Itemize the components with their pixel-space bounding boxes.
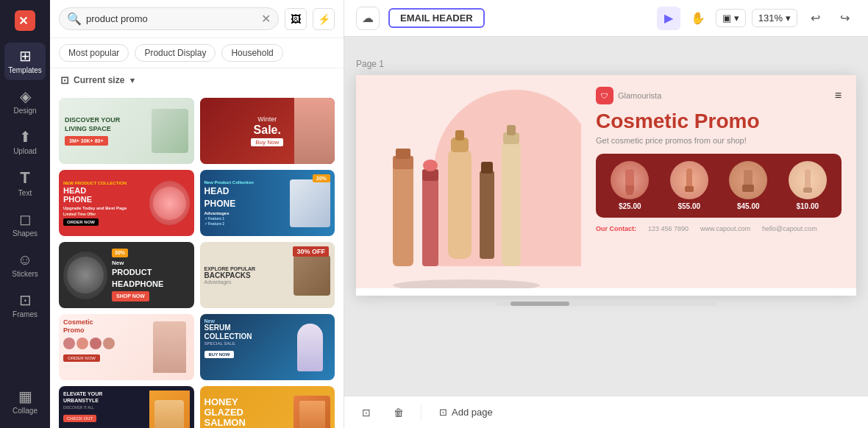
- shapes-icon: ◻: [19, 212, 32, 227]
- sidebar-item-label: Upload: [13, 147, 37, 155]
- pointer-tool-btn[interactable]: ▶: [657, 7, 680, 30]
- cp-product-circle-3: [729, 161, 767, 199]
- cp-product-price-2: $55.00: [677, 202, 700, 210]
- scrollbar-area[interactable]: [356, 302, 856, 306]
- sidebar-item-design[interactable]: ◈ Design: [4, 83, 46, 121]
- template-card-headphone-dark[interactable]: 30% New PRODUCTHEADPHONE SHOP NOW: [59, 242, 194, 308]
- page-label: Page 1: [356, 59, 856, 69]
- upload-cloud-btn[interactable]: ☁: [356, 7, 380, 30]
- clear-icon[interactable]: ✕: [261, 12, 271, 26]
- main-area: ☁ EMAIL HEADER ▶ ✋ ▣ ▾ 131% ▾ ↩ ↪ Page 1: [344, 0, 868, 428]
- canvas-area[interactable]: Page 1: [344, 37, 868, 396]
- svg-rect-10: [455, 130, 464, 140]
- add-page-label: Add page: [452, 407, 493, 418]
- templates-icon: ⊞: [19, 49, 32, 63]
- svg-rect-18: [625, 169, 634, 185]
- svg-rect-15: [507, 125, 516, 135]
- svg-point-7: [423, 160, 438, 171]
- sidebar-item-upload[interactable]: ⬆ Upload: [4, 124, 46, 161]
- filter-tab-product-display[interactable]: Product Display: [135, 44, 216, 62]
- horizontal-scrollbar[interactable]: [496, 302, 716, 306]
- collage-icon: ▦: [18, 389, 32, 404]
- scrollbar-thumb: [511, 302, 569, 306]
- template-card-salmon[interactable]: HONEYGLAZEDSALMON NEW: [200, 386, 335, 428]
- current-size-label: Current size: [74, 75, 124, 85]
- template-card-winter[interactable]: Winter Sale. Buy Now: [200, 98, 335, 164]
- svg-rect-11: [480, 171, 494, 259]
- document-title[interactable]: EMAIL HEADER: [388, 8, 485, 28]
- redo-btn[interactable]: ↪: [833, 7, 856, 30]
- search-icon: 🔍: [67, 12, 82, 26]
- cp-products-row: $25.00 $55.00: [596, 154, 842, 218]
- filter-tab-popular[interactable]: Most popular: [59, 44, 129, 62]
- sidebar-item-frames[interactable]: ⊡ Frames: [4, 287, 46, 324]
- svg-point-16: [393, 279, 540, 288]
- sidebar-item-collage[interactable]: ▦ Collage: [4, 383, 46, 421]
- page-thumbnail-btn[interactable]: ⊡: [356, 402, 377, 423]
- template-card-urban[interactable]: ELEVATE YOURURBANSTYLE DISCOVER IT ALL C…: [59, 386, 194, 428]
- sidebar-item-shapes[interactable]: ◻ Shapes: [4, 206, 46, 243]
- cp-subtitle: Get cosmetic price promos from our shop!: [596, 136, 842, 145]
- svg-rect-20: [685, 186, 694, 192]
- svg-rect-13: [502, 141, 521, 266]
- sidebar-item-text[interactable]: T Text: [4, 164, 46, 203]
- undo-btn[interactable]: ↩: [803, 7, 827, 30]
- template-card-headphone-blue[interactable]: New Product Collection HEADPHONE Advanta…: [200, 170, 335, 236]
- search-input-wrap[interactable]: 🔍 ✕: [59, 7, 279, 30]
- svg-rect-22: [742, 185, 754, 192]
- bottom-bar: ⊡ 🗑 ⊡ Add page: [344, 396, 868, 428]
- cp-product-circle-1: [611, 161, 649, 199]
- sidebar-item-label: Frames: [13, 310, 38, 318]
- app-logo[interactable]: ✕: [12, 7, 38, 34]
- template-card-serum[interactable]: New SERUMCOLLECTION SPECIAL SALE BUY NOW: [200, 314, 335, 380]
- template-card-backpack[interactable]: EXPLORE POPULAR BACKPACKS Advantages 30%…: [200, 242, 335, 308]
- search-input[interactable]: [86, 13, 257, 24]
- delete-page-btn[interactable]: 🗑: [388, 402, 409, 423]
- cp-logo-area: 🛡 Glamourista: [596, 87, 661, 104]
- svg-rect-5: [422, 178, 438, 266]
- sidebar-item-templates[interactable]: ⊞ Templates: [4, 43, 46, 80]
- stickers-icon: ☺: [18, 252, 32, 267]
- zoom-control[interactable]: 131% ▾: [752, 9, 797, 27]
- sidebar-item-stickers[interactable]: ☺ Stickers: [4, 246, 46, 284]
- search-image-btn[interactable]: 🖼: [285, 8, 307, 30]
- view-chevron: ▾: [734, 13, 739, 24]
- cp-product-4: $10.00: [781, 161, 835, 210]
- sidebar-item-label: Shapes: [13, 229, 38, 238]
- cosmetic-promo-design: 🛡 Glamourista ≡ Cosmetic Promo Get cosme…: [356, 75, 856, 288]
- search-filter-btn[interactable]: ⚡: [313, 8, 335, 30]
- cp-product-price-3: $45.00: [737, 202, 760, 210]
- sidebar-item-label: Text: [18, 189, 32, 197]
- add-page-icon: ⊡: [439, 407, 447, 418]
- templates-grid: DISCOVER YOUR LIVING SPACE 3M+ 30K+ 80+ …: [50, 92, 344, 428]
- add-page-btn[interactable]: ⊡ Add page: [433, 404, 499, 421]
- cp-product-2: $55.00: [663, 161, 716, 210]
- cp-footer-label: Our Contact:: [596, 225, 636, 232]
- upload-icon: ⬆: [19, 129, 32, 144]
- svg-text:✕: ✕: [18, 15, 28, 27]
- view-mode-btn[interactable]: ▣ ▾: [716, 9, 746, 27]
- toolbar-tools: ▶ ✋ ▣ ▾ 131% ▾ ↩ ↪: [657, 7, 856, 30]
- makeup-products-svg: [371, 104, 562, 288]
- cp-brand: Glamourista: [618, 91, 661, 100]
- view-icon: ▣: [722, 13, 731, 24]
- cp-menu-icon: ≡: [835, 89, 842, 102]
- filter-tab-household[interactable]: Household: [221, 44, 282, 62]
- svg-rect-2: [393, 163, 413, 266]
- cp-product-3: $45.00: [722, 161, 775, 210]
- template-card-headphone-red[interactable]: NEW PRODUCT COLLECTION HEADPHONE Upgrade…: [59, 170, 194, 236]
- cp-product-price-4: $10.00: [796, 202, 819, 210]
- text-icon: T: [20, 170, 29, 186]
- current-size-bar[interactable]: ⊡ Current size ▾: [50, 68, 344, 92]
- canvas-page: 🛡 Glamourista ≡ Cosmetic Promo Get cosme…: [356, 75, 856, 296]
- svg-rect-12: [481, 162, 493, 174]
- search-bar: 🔍 ✕ 🖼 ⚡: [50, 0, 344, 38]
- svg-rect-19: [686, 168, 692, 189]
- cp-website: www.capout.com: [700, 225, 750, 232]
- svg-rect-8: [448, 149, 472, 259]
- hand-tool-btn[interactable]: ✋: [686, 7, 710, 30]
- cp-phone: 123 456 7890: [648, 225, 689, 232]
- cp-title: Cosmetic Promo: [596, 110, 842, 133]
- template-card-cosmetic[interactable]: CosmeticPromo ORDER NOW: [59, 314, 194, 380]
- template-card-living[interactable]: DISCOVER YOUR LIVING SPACE 3M+ 30K+ 80+: [59, 98, 194, 164]
